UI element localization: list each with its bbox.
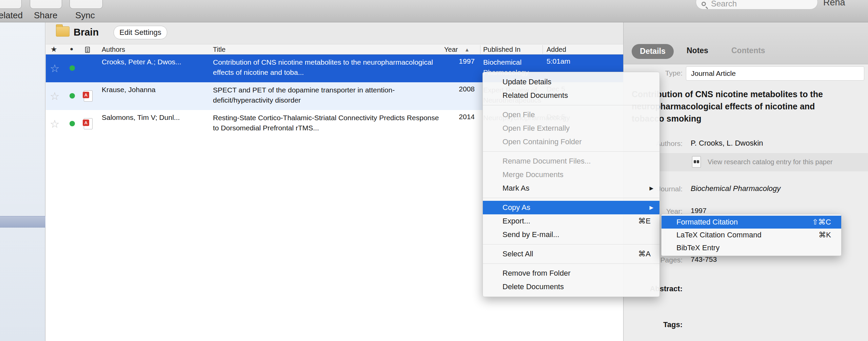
year-value[interactable]: 1997 <box>691 207 707 215</box>
menu-separator <box>483 105 659 105</box>
column-published-in[interactable]: Published In <box>483 46 520 54</box>
column-year[interactable]: Year <box>444 46 458 54</box>
share-button[interactable] <box>30 0 62 9</box>
cell-authors: Krause, Johanna <box>102 85 203 94</box>
search-input[interactable]: Search <box>696 0 818 9</box>
read-column-icon[interactable]: ● <box>70 46 73 52</box>
menu-item-open-file-externally: Open File Externally <box>483 122 659 135</box>
paper-title[interactable]: Contribution of CNS nicotine metabolites… <box>632 88 835 125</box>
menu-item-export[interactable]: Export...⌘E <box>483 214 659 228</box>
tags-label: Tags: <box>624 320 683 329</box>
menu-item-copy-as[interactable]: Copy As▶ <box>483 201 659 214</box>
document-column-icon[interactable] <box>85 47 90 53</box>
tab-notes[interactable]: Notes <box>687 46 708 55</box>
menu-item-merge-documents: Merge Documents <box>483 168 659 182</box>
column-title[interactable]: Title <box>213 46 225 54</box>
cell-authors: Salomons, Tim V; Dunl... <box>102 113 203 122</box>
related-button-label: elated <box>0 10 23 21</box>
folder-icon <box>56 26 70 37</box>
menu-item-open-containing-folder: Open Containing Folder <box>483 135 659 149</box>
unread-dot-icon[interactable] <box>70 93 75 99</box>
sort-arrow-icon: ▲ <box>465 47 470 52</box>
menu-separator <box>483 244 659 244</box>
search-placeholder: Search <box>711 0 737 8</box>
cell-year: 1997 <box>441 57 475 65</box>
authors-value[interactable]: P. Crooks, L. Dwoskin <box>691 139 763 148</box>
submenu-item-formatted-citation[interactable]: Formatted Citation⇧⌘C <box>662 216 841 229</box>
menu-item-open-file: Open File <box>483 108 659 122</box>
folder-header: Brain Edit Settings <box>46 22 623 44</box>
context-menu: Update Details Related Documents Open Fi… <box>482 72 660 297</box>
shortcut-label: ⌘A <box>638 247 651 261</box>
menu-item-select-all[interactable]: Select All⌘A <box>483 247 659 261</box>
top-toolbar: elated Share Sync Search Reha <box>0 0 868 22</box>
favorite-star-icon[interactable]: ☆ <box>50 90 60 103</box>
sync-button-label: Sync <box>75 10 95 21</box>
details-pane: Details Notes Contents Type: Journal Art… <box>623 22 868 341</box>
column-authors[interactable]: Authors <box>102 46 125 54</box>
menu-separator <box>483 198 659 198</box>
cell-title: SPECT and PET of the dopamine transporte… <box>213 85 440 105</box>
favorite-column-icon[interactable]: ★ <box>51 45 57 54</box>
cell-title: Contribution of CNS nicotine metabolites… <box>213 57 440 78</box>
cell-authors: Crooks, Peter A.; Dwos... <box>102 57 203 66</box>
menu-separator <box>483 263 659 264</box>
tab-contents[interactable]: Contents <box>731 46 765 55</box>
pages-value[interactable]: 743-753 <box>691 255 717 263</box>
catalog-icon <box>692 156 701 168</box>
tab-details[interactable]: Details <box>632 44 674 59</box>
favorite-star-icon[interactable]: ☆ <box>50 118 60 130</box>
menu-item-mark-as[interactable]: Mark As▶ <box>483 182 659 195</box>
submenu-item-bibtex-entry[interactable]: BibTeX Entry <box>662 241 841 254</box>
copy-as-submenu: Formatted Citation⇧⌘C LaTeX Citation Com… <box>661 214 842 256</box>
sidebar <box>0 22 45 341</box>
menu-item-remove-from-folder[interactable]: Remove from Folder <box>483 267 659 280</box>
journal-value[interactable]: Biochemical Pharmacology <box>691 184 781 193</box>
menu-item-rename-document-files: Rename Document Files... <box>483 154 659 168</box>
catalog-link-band: View research catalog entry for this pap… <box>624 153 868 171</box>
shortcut-label: ⌘E <box>638 214 651 228</box>
pdf-file-icon[interactable]: A <box>84 90 93 102</box>
menu-item-update-details[interactable]: Update Details <box>483 75 659 89</box>
type-dropdown[interactable]: Journal Article <box>686 66 864 81</box>
related-button[interactable] <box>0 0 22 9</box>
cell-added: 5:01am <box>547 57 587 65</box>
menu-separator <box>483 151 659 152</box>
pdf-file-icon[interactable]: A <box>84 118 93 129</box>
menu-item-delete-documents[interactable]: Delete Documents <box>483 280 659 294</box>
column-added[interactable]: Added <box>547 46 566 54</box>
shortcut-label: ⌘K <box>818 229 831 241</box>
shortcut-label: ⇧⌘C <box>812 216 831 229</box>
submenu-arrow-icon: ▶ <box>649 182 653 195</box>
sync-button[interactable] <box>70 0 103 9</box>
catalog-link[interactable]: View research catalog entry for this pap… <box>708 158 833 166</box>
cell-year: 2014 <box>441 113 475 121</box>
cell-title: Resting-State Cortico-Thalamic-Striatal … <box>213 113 440 133</box>
cell-year: 2008 <box>441 85 475 93</box>
submenu-item-latex-citation-command[interactable]: LaTeX Citation Command⌘K <box>662 229 841 241</box>
search-icon <box>702 2 706 6</box>
unread-dot-icon[interactable] <box>70 121 75 126</box>
folder-title: Brain <box>74 27 99 38</box>
account-label[interactable]: Reha <box>823 0 845 8</box>
edit-settings-button[interactable]: Edit Settings <box>114 26 167 39</box>
favorite-star-icon[interactable]: ☆ <box>50 62 60 75</box>
menu-item-send-by-email[interactable]: Send by E-mail... <box>483 228 659 241</box>
submenu-arrow-icon: ▶ <box>649 201 653 214</box>
unread-dot-icon[interactable] <box>70 65 75 71</box>
menu-item-related-documents[interactable]: Related Documents <box>483 89 659 102</box>
table-header: ★ ● Authors Title Year ▲ Published In Ad… <box>46 44 623 55</box>
share-button-label: Share <box>34 10 57 21</box>
details-tabbar: Details Notes Contents <box>624 22 868 64</box>
sidebar-selected-item[interactable] <box>0 216 45 228</box>
